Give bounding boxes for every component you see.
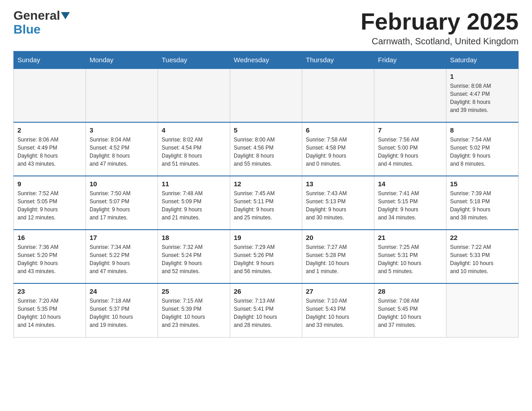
logo-text-general: General [13, 9, 60, 23]
day-number: 12 [234, 180, 298, 188]
weekday-header-friday: Friday [374, 51, 446, 69]
calendar-day-cell: 20Sunrise: 7:27 AMSunset: 5:28 PMDayligh… [302, 230, 374, 283]
day-info: Sunrise: 7:58 AMSunset: 4:58 PMDaylight:… [306, 136, 370, 168]
day-info: Sunrise: 7:18 AMSunset: 5:37 PMDaylight:… [90, 297, 154, 329]
day-number: 15 [450, 180, 515, 188]
svg-marker-0 [61, 12, 70, 19]
day-info: Sunrise: 7:54 AMSunset: 5:02 PMDaylight:… [450, 136, 515, 168]
day-info: Sunrise: 7:10 AMSunset: 5:43 PMDaylight:… [306, 297, 370, 329]
location-subtitle: Carnwath, Scotland, United Kingdom [360, 36, 519, 47]
weekday-header-wednesday: Wednesday [230, 51, 302, 69]
day-number: 26 [234, 287, 298, 295]
page-header: General Blue February 2025 Carnwath, Sco… [13, 9, 519, 47]
calendar-day-cell [86, 68, 158, 122]
calendar-day-cell: 1Sunrise: 8:08 AMSunset: 4:47 PMDaylight… [446, 68, 519, 122]
calendar-day-cell: 10Sunrise: 7:50 AMSunset: 5:07 PMDayligh… [86, 176, 158, 230]
day-info: Sunrise: 7:25 AMSunset: 5:31 PMDaylight:… [378, 243, 442, 275]
calendar-day-cell: 2Sunrise: 8:06 AMSunset: 4:49 PMDaylight… [14, 122, 86, 176]
weekday-header-saturday: Saturday [446, 51, 519, 69]
calendar-day-cell: 26Sunrise: 7:13 AMSunset: 5:41 PMDayligh… [230, 283, 302, 337]
day-info: Sunrise: 7:32 AMSunset: 5:24 PMDaylight:… [162, 243, 226, 275]
calendar-day-cell: 3Sunrise: 8:04 AMSunset: 4:52 PMDaylight… [86, 122, 158, 176]
weekday-header-monday: Monday [86, 51, 158, 69]
calendar-week-row: 9Sunrise: 7:52 AMSunset: 5:05 PMDaylight… [14, 176, 519, 230]
day-number: 13 [306, 180, 370, 188]
calendar-day-cell: 9Sunrise: 7:52 AMSunset: 5:05 PMDaylight… [14, 176, 86, 230]
title-section: February 2025 Carnwath, Scotland, United… [360, 9, 519, 47]
day-info: Sunrise: 7:48 AMSunset: 5:09 PMDaylight:… [162, 189, 226, 222]
day-number: 25 [162, 287, 226, 295]
day-info: Sunrise: 7:20 AMSunset: 5:35 PMDaylight:… [17, 297, 82, 329]
weekday-header-tuesday: Tuesday [158, 51, 230, 69]
weekday-header-sunday: Sunday [14, 51, 86, 69]
day-info: Sunrise: 7:29 AMSunset: 5:26 PMDaylight:… [234, 243, 298, 275]
weekday-header-row: SundayMondayTuesdayWednesdayThursdayFrid… [14, 51, 519, 69]
calendar-week-row: 1Sunrise: 8:08 AMSunset: 4:47 PMDaylight… [14, 68, 519, 122]
day-info: Sunrise: 7:50 AMSunset: 5:07 PMDaylight:… [90, 189, 154, 222]
day-number: 1 [450, 73, 515, 80]
day-number: 17 [90, 234, 154, 241]
calendar-day-cell [230, 68, 302, 122]
calendar-day-cell: 19Sunrise: 7:29 AMSunset: 5:26 PMDayligh… [230, 230, 302, 283]
calendar-day-cell: 11Sunrise: 7:48 AMSunset: 5:09 PMDayligh… [158, 176, 230, 230]
calendar-day-cell: 25Sunrise: 7:15 AMSunset: 5:39 PMDayligh… [158, 283, 230, 337]
day-info: Sunrise: 7:08 AMSunset: 5:45 PMDaylight:… [378, 297, 442, 329]
calendar-day-cell: 13Sunrise: 7:43 AMSunset: 5:13 PMDayligh… [302, 176, 374, 230]
day-number: 21 [378, 234, 442, 241]
day-number: 11 [162, 180, 226, 188]
day-number: 4 [162, 126, 226, 134]
logo-text-blue: Blue [13, 23, 41, 37]
day-info: Sunrise: 7:27 AMSunset: 5:28 PMDaylight:… [306, 243, 370, 275]
day-info: Sunrise: 7:39 AMSunset: 5:18 PMDaylight:… [450, 189, 515, 222]
calendar-week-row: 16Sunrise: 7:36 AMSunset: 5:20 PMDayligh… [14, 230, 519, 283]
day-number: 27 [306, 287, 370, 295]
day-info: Sunrise: 7:45 AMSunset: 5:11 PMDaylight:… [234, 189, 298, 222]
day-info: Sunrise: 7:41 AMSunset: 5:15 PMDaylight:… [378, 189, 442, 222]
calendar-day-cell: 15Sunrise: 7:39 AMSunset: 5:18 PMDayligh… [446, 176, 519, 230]
day-info: Sunrise: 7:56 AMSunset: 5:00 PMDaylight:… [378, 136, 442, 168]
day-number: 9 [17, 180, 82, 188]
month-title: February 2025 [360, 9, 519, 34]
logo: General Blue [13, 9, 70, 37]
calendar-day-cell: 23Sunrise: 7:20 AMSunset: 5:35 PMDayligh… [14, 283, 86, 337]
calendar-day-cell: 21Sunrise: 7:25 AMSunset: 5:31 PMDayligh… [374, 230, 446, 283]
calendar-day-cell: 8Sunrise: 7:54 AMSunset: 5:02 PMDaylight… [446, 122, 519, 176]
calendar-day-cell: 22Sunrise: 7:22 AMSunset: 5:33 PMDayligh… [446, 230, 519, 283]
calendar-day-cell: 4Sunrise: 8:02 AMSunset: 4:54 PMDaylight… [158, 122, 230, 176]
logo-triangle-icon [61, 12, 70, 19]
calendar-table: SundayMondayTuesdayWednesdayThursdayFrid… [13, 51, 519, 338]
calendar-day-cell [14, 68, 86, 122]
calendar-day-cell [446, 283, 519, 337]
calendar-day-cell: 16Sunrise: 7:36 AMSunset: 5:20 PMDayligh… [14, 230, 86, 283]
day-info: Sunrise: 7:43 AMSunset: 5:13 PMDaylight:… [306, 189, 370, 222]
calendar-day-cell: 7Sunrise: 7:56 AMSunset: 5:00 PMDaylight… [374, 122, 446, 176]
day-number: 23 [17, 287, 82, 295]
day-number: 22 [450, 234, 515, 241]
day-info: Sunrise: 7:34 AMSunset: 5:22 PMDaylight:… [90, 243, 154, 275]
calendar-day-cell: 17Sunrise: 7:34 AMSunset: 5:22 PMDayligh… [86, 230, 158, 283]
day-number: 6 [306, 126, 370, 134]
day-number: 7 [378, 126, 442, 134]
day-info: Sunrise: 8:08 AMSunset: 4:47 PMDaylight:… [450, 82, 515, 114]
day-number: 19 [234, 234, 298, 241]
day-info: Sunrise: 7:13 AMSunset: 5:41 PMDaylight:… [234, 297, 298, 329]
day-number: 10 [90, 180, 154, 188]
day-number: 3 [90, 126, 154, 134]
day-number: 28 [378, 287, 442, 295]
calendar-week-row: 2Sunrise: 8:06 AMSunset: 4:49 PMDaylight… [14, 122, 519, 176]
day-number: 14 [378, 180, 442, 188]
day-info: Sunrise: 7:52 AMSunset: 5:05 PMDaylight:… [17, 189, 82, 222]
calendar-day-cell: 28Sunrise: 7:08 AMSunset: 5:45 PMDayligh… [374, 283, 446, 337]
day-info: Sunrise: 7:15 AMSunset: 5:39 PMDaylight:… [162, 297, 226, 329]
day-number: 20 [306, 234, 370, 241]
day-number: 18 [162, 234, 226, 241]
day-number: 16 [17, 234, 82, 241]
day-number: 24 [90, 287, 154, 295]
calendar-day-cell: 14Sunrise: 7:41 AMSunset: 5:15 PMDayligh… [374, 176, 446, 230]
day-info: Sunrise: 7:36 AMSunset: 5:20 PMDaylight:… [17, 243, 82, 275]
day-info: Sunrise: 8:00 AMSunset: 4:56 PMDaylight:… [234, 136, 298, 168]
day-number: 5 [234, 126, 298, 134]
calendar-day-cell [158, 68, 230, 122]
day-number: 2 [17, 126, 82, 134]
calendar-day-cell: 24Sunrise: 7:18 AMSunset: 5:37 PMDayligh… [86, 283, 158, 337]
